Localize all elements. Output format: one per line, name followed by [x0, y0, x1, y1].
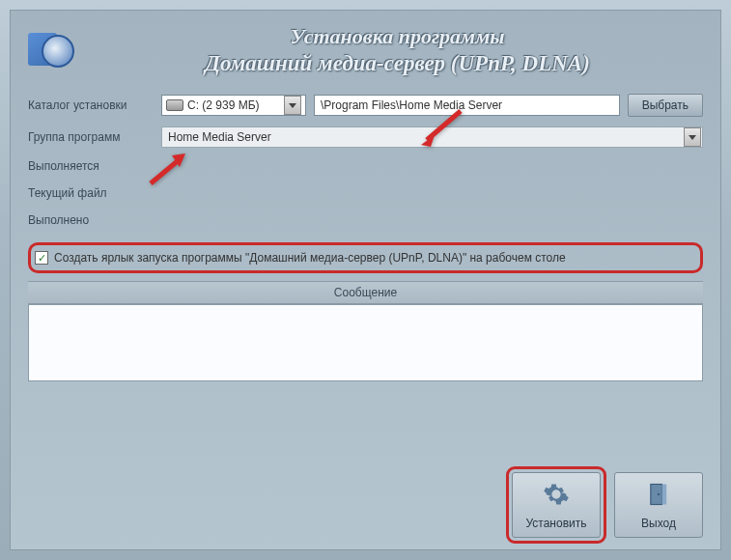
- header: Установка программы Домашний медиа-серве…: [28, 11, 703, 94]
- label-completed: Выполнено: [28, 213, 154, 227]
- door-icon: [645, 481, 672, 511]
- exit-button[interactable]: Выход: [614, 472, 703, 538]
- completed-value: [161, 211, 703, 229]
- installer-window: Установка программы Домашний медиа-серве…: [0, 0, 731, 560]
- label-install-catalog: Каталог установки: [28, 98, 154, 112]
- shortcut-checkbox-row: ✓ Создать ярлык запуска программы "Домаш…: [28, 242, 703, 273]
- label-current-file: Текущий файл: [28, 186, 154, 200]
- exit-label: Выход: [641, 517, 676, 530]
- row-current-file: Текущий файл: [28, 184, 703, 202]
- row-executing: Выполняется: [28, 157, 703, 175]
- messages-header: Сообщение: [28, 281, 703, 304]
- install-path-input[interactable]: \Program Files\Home Media Server: [314, 95, 620, 116]
- choose-button[interactable]: Выбрать: [628, 94, 703, 117]
- current-file-value: [161, 184, 703, 202]
- drive-text: C: (2 939 МБ): [187, 98, 280, 112]
- label-program-group: Группа программ: [28, 130, 154, 144]
- shortcut-checkbox[interactable]: ✓: [35, 251, 48, 265]
- install-label: Установить: [526, 517, 587, 530]
- header-title: Установка программы Домашний медиа-серве…: [92, 24, 703, 76]
- row-completed: Выполнено: [28, 211, 703, 229]
- inner-panel: Установка программы Домашний медиа-серве…: [10, 10, 721, 550]
- row-install-catalog: Каталог установки C: (2 939 МБ) \Program…: [28, 94, 703, 117]
- footer: Установить Выход: [28, 462, 703, 538]
- shortcut-label: Создать ярлык запуска программы "Домашни…: [54, 251, 566, 265]
- install-path-value: \Program Files\Home Media Server: [321, 98, 502, 112]
- drive-icon: [166, 99, 183, 111]
- title-line1: Установка программы: [92, 24, 703, 49]
- install-button[interactable]: Установить: [512, 472, 601, 538]
- messages-body: [28, 304, 703, 381]
- svg-point-2: [658, 492, 660, 494]
- app-icon: [28, 27, 74, 73]
- chevron-down-icon[interactable]: [284, 96, 301, 115]
- program-group-value: Home Media Server: [168, 130, 271, 144]
- svg-rect-1: [662, 484, 667, 504]
- gear-icon: [543, 481, 570, 511]
- row-program-group: Группа программ Home Media Server: [28, 126, 703, 148]
- chevron-down-icon[interactable]: [684, 127, 701, 147]
- svg-rect-0: [651, 484, 662, 504]
- label-executing: Выполняется: [28, 159, 154, 173]
- check-icon: ✓: [38, 252, 46, 265]
- title-line2: Домашний медиа-сервер (UPnP, DLNA): [92, 51, 703, 76]
- drive-select[interactable]: C: (2 939 МБ): [161, 95, 306, 116]
- executing-value: [161, 157, 703, 175]
- program-group-combo[interactable]: Home Media Server: [161, 126, 703, 148]
